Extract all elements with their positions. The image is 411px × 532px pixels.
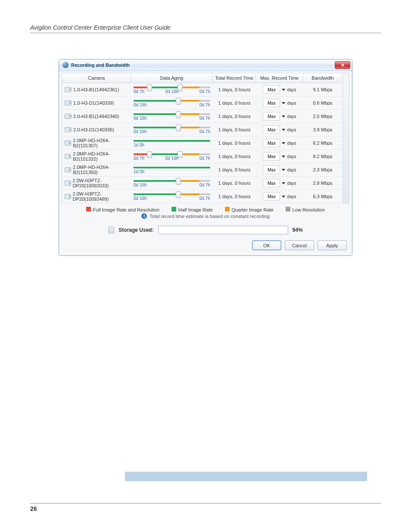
slider-thumb[interactable] [176,178,181,185]
dropdown-icon[interactable] [282,141,285,145]
dropdown-icon[interactable] [282,195,285,198]
aging-slider-track[interactable] [134,140,210,142]
data-aging-cell[interactable]: 0d 7h0d 16h0d 7h [131,86,213,94]
camera-icon [65,180,71,186]
slider-thumb[interactable] [176,111,181,118]
max-record-unit: days [287,101,296,106]
running-header: Avigilon Control Center Enterprise Clien… [30,24,381,33]
aging-tick-label: 0d 7h [199,183,210,187]
data-aging-cell[interactable]: 0d 16h0d 7h [131,112,213,121]
max-record-input[interactable] [263,99,280,107]
dialog-button-row: OK Cancel Apply [62,240,349,251]
svg-marker-8 [282,196,285,198]
total-record-time: 1 days, 0 hours [213,100,256,106]
aging-slider-track[interactable] [134,180,210,182]
bandwidth-value: 0.6 Mbps [303,100,342,106]
dropdown-icon[interactable] [282,115,285,118]
col-total-record-time[interactable]: Total Record Time [213,73,256,83]
camera-cell[interactable]: 2.0-H3-D1(140335) [62,127,131,132]
camera-cell[interactable]: 1.0-H3-D1(140339) [62,100,131,106]
vertical-scrollbar[interactable] [343,73,349,203]
slider-thumb[interactable] [177,84,183,91]
aging-segment [134,167,210,168]
dialog-titlebar[interactable]: Recording and Bandwidth ✕ [59,59,352,71]
camera-icon [65,167,71,172]
dropdown-icon[interactable] [282,181,285,185]
slider-thumb[interactable] [147,84,152,91]
aging-slider-track[interactable] [134,113,210,115]
max-record-cell: days [256,85,303,94]
legend-swatch [171,207,176,212]
svg-marker-2 [282,115,285,118]
aging-tick-labels: 0d 7h0d 16h0d 7h [134,156,210,161]
max-record-input[interactable] [263,125,280,134]
slider-thumb[interactable] [176,98,181,105]
col-camera[interactable]: Camera [62,73,131,83]
dropdown-icon[interactable] [282,101,285,105]
camera-cell[interactable]: 2.0-H3-B1(14942340) [62,114,131,119]
aging-segment [178,113,199,115]
data-aging-cell[interactable]: 1d 0h [131,166,213,174]
max-record-input[interactable] [263,179,280,187]
data-aging-cell[interactable]: 0d 16h0d 7h [131,126,213,134]
svg-marker-7 [282,182,285,184]
aging-tick-label: 0d 16h [134,116,147,121]
data-aging-cell[interactable]: 1d 0h [131,139,213,147]
max-record-unit: days [287,181,296,186]
col-bandwidth[interactable]: Bandwidth [303,73,342,83]
slider-thumb[interactable] [176,191,181,198]
camera-cell[interactable]: 2.0MP-HD-H264-B2(101332) [62,151,131,162]
camera-icon [65,100,72,106]
aging-segment [134,127,178,128]
col-max-record-time[interactable]: Max. Record Time [256,73,303,83]
camera-cell[interactable]: 2.0W-H3PTZ-DP20(10092489) [62,191,131,202]
col-data-aging[interactable]: Data Aging [131,73,213,83]
aging-tick-labels: 1d 0h [134,169,210,174]
max-record-input[interactable] [263,112,280,121]
aging-slider-track[interactable] [134,127,210,128]
svg-marker-5 [282,156,285,158]
dropdown-icon[interactable] [282,128,285,131]
svg-marker-4 [282,142,285,144]
aging-tick-labels: 0d 16h0d 7h [134,116,210,121]
max-record-input[interactable] [263,165,280,174]
data-aging-cell[interactable]: 0d 16h0d 7h [131,99,213,107]
recording-bandwidth-dialog: Recording and Bandwidth ✕ Camera Data Ag… [59,59,352,256]
data-aging-cell[interactable]: 0d 16h0d 7h [131,193,213,201]
max-record-input[interactable] [263,139,280,147]
total-record-time: 1 days, 0 hours [213,87,256,92]
aging-slider-track[interactable] [134,167,210,168]
dropdown-icon[interactable] [282,168,285,171]
dropdown-icon[interactable] [282,155,285,158]
slider-thumb[interactable] [177,151,183,158]
slider-thumb[interactable] [147,151,152,158]
total-record-time: 1 days, 0 hours [213,154,256,159]
camera-cell[interactable]: 2.0MP-HD-H264-B2(101307) [62,138,131,148]
data-aging-cell[interactable]: 0d 16h0d 7h [131,179,213,187]
dropdown-icon[interactable] [282,88,285,91]
cancel-button[interactable]: Cancel [285,240,314,250]
svg-marker-0 [282,89,285,91]
max-record-input[interactable] [263,85,280,94]
aging-slider-track[interactable] [134,100,210,102]
camera-cell[interactable]: 1.0-H3-B1(14942361) [62,87,131,92]
aging-segment [149,87,180,88]
slider-thumb[interactable] [176,124,181,131]
camera-cell[interactable]: 2.0W-H3PTZ-DP20(10092033) [62,178,131,188]
data-aging-cell[interactable]: 0d 7h0d 16h0d 7h [131,152,213,161]
aging-segment [134,140,210,142]
camera-cell[interactable]: 2.0MP-HD-H264-B2(101350) [62,165,131,175]
aging-slider-track[interactable] [134,153,210,155]
apply-button[interactable]: Apply [318,240,347,250]
close-button[interactable]: ✕ [335,61,350,69]
max-record-input[interactable] [263,192,280,201]
total-record-time: 1 days, 0 hours [213,140,256,146]
table-row: 2.0MP-HD-H264-B2(101332)0d 7h0d 16h0d 7h… [62,150,342,163]
max-record-input[interactable] [263,152,280,161]
bandwidth-value: 6.3 Mbps [303,194,342,199]
aging-slider-track[interactable] [134,87,210,88]
ok-button[interactable]: OK [252,240,281,250]
bandwidth-value: 2.8 Mbps [303,180,342,186]
aging-slider-track[interactable] [134,193,210,195]
aging-segment [134,113,178,115]
